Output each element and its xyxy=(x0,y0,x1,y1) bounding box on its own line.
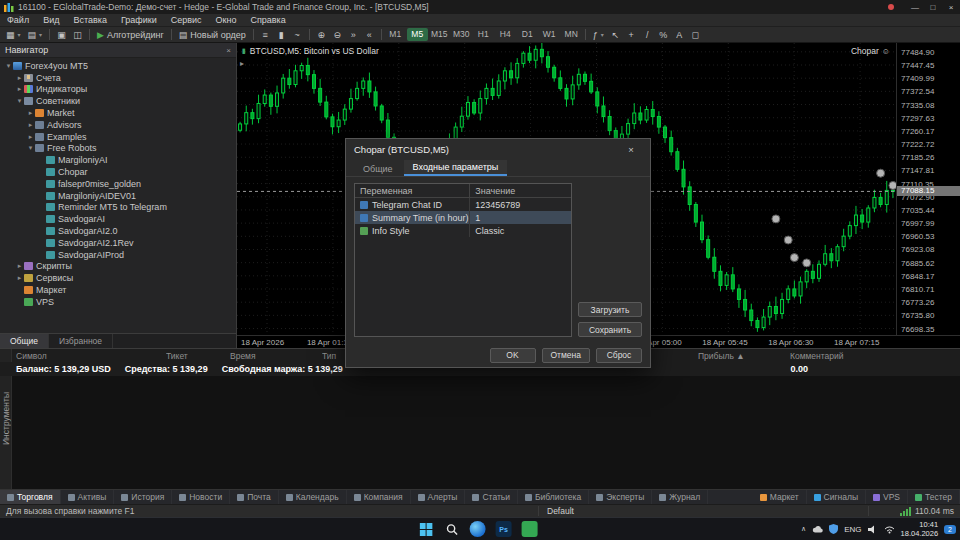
photoshop-icon[interactable]: Ps xyxy=(496,521,512,537)
search-button[interactable] xyxy=(444,521,460,537)
toolbox-tab-статьи[interactable]: Статьи xyxy=(465,490,518,504)
dialog-tab-inputs[interactable]: Входные параметры xyxy=(404,160,508,176)
param-row-summary-time-in-hour[interactable]: Summary Time (in hour)1 xyxy=(355,211,571,224)
toolbox-button-маркет[interactable]: Маркет xyxy=(753,490,807,504)
language-indicator[interactable]: ENG xyxy=(844,525,861,534)
tree-item-vps[interactable]: VPS xyxy=(0,296,236,308)
dialog-close-icon[interactable]: × xyxy=(620,144,642,155)
tree-item-falsepr0mise-golden[interactable]: falsepr0mise_golden xyxy=(0,178,236,190)
tray-expand-icon[interactable]: ∧ xyxy=(801,525,806,533)
column-header-variable[interactable]: Переменная xyxy=(355,184,470,197)
tree-item-сервисы[interactable]: ▸Сервисы xyxy=(0,272,236,284)
cascade-windows-button[interactable]: ▣ xyxy=(54,28,69,41)
tree-item-reminder-mt5-to-telegram[interactable]: Reminder MT5 to Telegram xyxy=(0,202,236,214)
param-value[interactable]: 1 xyxy=(470,213,571,223)
tree-collapsed-icon[interactable]: ▸ xyxy=(15,274,24,282)
trade-marker-icon[interactable] xyxy=(790,254,798,262)
timeframe-mn[interactable]: MN xyxy=(561,28,582,41)
tree-item-free-robots[interactable]: ▾Free Robots xyxy=(0,143,236,155)
tree-item-market[interactable]: ▸Market xyxy=(0,107,236,119)
navigator-tab-favorites[interactable]: Избранное xyxy=(49,334,113,348)
tree-collapsed-icon[interactable]: ▸ xyxy=(26,109,35,117)
menu-вид[interactable]: Вид xyxy=(36,15,66,25)
cursor-button[interactable]: ↖ xyxy=(608,28,623,41)
toolbox-tab-календарь[interactable]: Календарь xyxy=(279,490,347,504)
timeframe-h1[interactable]: H1 xyxy=(473,28,494,41)
column-header-время[interactable]: Время xyxy=(230,351,322,361)
tree-item-маркет[interactable]: Маркет xyxy=(0,284,236,296)
connection-status[interactable]: 110.04 ms xyxy=(868,506,960,516)
tile-windows-button[interactable]: ◫ xyxy=(70,28,85,41)
toolbox-tab-новости[interactable]: Новости xyxy=(172,490,230,504)
param-value[interactable]: 123456789 xyxy=(470,200,571,210)
cancel-button[interactable]: Отмена xyxy=(542,348,591,363)
save-button[interactable]: Сохранить xyxy=(578,322,642,337)
indicators-button[interactable]: ƒ▾ xyxy=(590,28,607,41)
new-chart-button[interactable]: ▦▾ xyxy=(3,28,24,41)
notifications-badge[interactable] xyxy=(888,4,894,10)
auto-scroll-button[interactable]: » xyxy=(346,28,361,41)
reset-button[interactable]: Сброс xyxy=(596,348,642,363)
ok-button[interactable]: OK xyxy=(490,348,536,363)
toolbox-tab-история[interactable]: История xyxy=(114,490,172,504)
toolbox-tab-компания[interactable]: Компания xyxy=(347,490,411,504)
line-chart-button[interactable]: ~ xyxy=(290,28,305,41)
fibonacci-button[interactable]: % xyxy=(656,28,671,41)
trade-marker-icon[interactable] xyxy=(784,236,792,244)
toolbox-tab-торговля[interactable]: Торговля xyxy=(0,490,61,504)
toolbox-tab-журнал[interactable]: Журнал xyxy=(652,490,708,504)
tree-item-examples[interactable]: ▸Examples xyxy=(0,131,236,143)
column-header-value[interactable]: Значение xyxy=(470,186,571,196)
profile-selector[interactable]: Default xyxy=(538,506,868,516)
toolbox-tab-библиотека[interactable]: Библиотека xyxy=(518,490,589,504)
dialog-title-bar[interactable]: Chopar (BTCUSD,M5) × xyxy=(346,139,650,159)
tree-item-скрипты[interactable]: ▸Скрипты xyxy=(0,261,236,273)
timeframe-m15[interactable]: M15 xyxy=(429,28,450,41)
menu-файл[interactable]: Файл xyxy=(0,15,36,25)
tree-item-savdogarai2.1rev[interactable]: SavdogarAI2.1Rev xyxy=(0,237,236,249)
profiles-button[interactable]: ▤▾ xyxy=(25,28,46,41)
toolbox-button-vps[interactable]: VPS xyxy=(866,490,908,504)
toolbox-button-сигналы[interactable]: Сигналы xyxy=(807,490,866,504)
price-scale[interactable]: 77484.9077447.4577409.9977372.5477335.08… xyxy=(896,43,960,335)
crosshair-button[interactable]: + xyxy=(624,28,639,41)
trade-marker-icon[interactable] xyxy=(803,259,811,267)
timeframe-m1[interactable]: M1 xyxy=(385,28,406,41)
security-shield-icon[interactable] xyxy=(829,524,838,534)
notification-center-badge[interactable]: 2 xyxy=(944,525,956,534)
tree-item-savdogaraiprod[interactable]: SavdogarAIProd xyxy=(0,249,236,261)
toolbox-tab-активы[interactable]: Активы xyxy=(61,490,115,504)
tree-item-margiloniyai[interactable]: MargiloniyAI xyxy=(0,154,236,166)
text-button[interactable]: A xyxy=(672,28,687,41)
tree-collapsed-icon[interactable]: ▸ xyxy=(15,262,24,270)
toolbox-tab-алерты[interactable]: Алерты xyxy=(411,490,466,504)
param-row-telegram-chat-id[interactable]: Telegram Chat ID123456789 xyxy=(355,198,571,211)
tree-item-savdogarai[interactable]: SavdogarAI xyxy=(0,213,236,225)
zoom-in-button[interactable]: ⊕ xyxy=(314,28,329,41)
toolbox-tab-почта[interactable]: Почта xyxy=(230,490,279,504)
column-header-прибыль[interactable]: Прибыль ▲ xyxy=(698,351,790,361)
timeframe-m5[interactable]: M5 xyxy=(407,28,428,41)
zoom-out-button[interactable]: ⊖ xyxy=(330,28,345,41)
column-header-комментарий[interactable]: Комментарий xyxy=(790,351,960,361)
tree-collapsed-icon[interactable]: ▸ xyxy=(26,133,35,141)
start-button[interactable] xyxy=(418,521,434,537)
trendline-button[interactable]: / xyxy=(640,28,655,41)
new-order-button[interactable]: ▤Новый ордер xyxy=(176,28,249,41)
tree-item-счета[interactable]: ▸Счета xyxy=(0,72,236,84)
param-row-info-style[interactable]: Info StyleClassic xyxy=(355,224,571,237)
timeframe-m30[interactable]: M30 xyxy=(451,28,472,41)
column-header-символ[interactable]: Символ xyxy=(16,351,166,361)
timeframe-w1[interactable]: W1 xyxy=(539,28,560,41)
trade-marker-icon[interactable] xyxy=(889,181,896,189)
chart-shift-button[interactable]: « xyxy=(362,28,377,41)
navigator-tab-common[interactable]: Общие xyxy=(0,334,49,348)
shapes-button[interactable]: ◻ xyxy=(688,28,703,41)
close-button[interactable]: × xyxy=(942,3,960,12)
toolbox-tab-эксперты[interactable]: Эксперты xyxy=(589,490,652,504)
maximize-button[interactable]: □ xyxy=(924,3,942,12)
menu-сервис[interactable]: Сервис xyxy=(164,15,209,25)
tree-item-advisors[interactable]: ▸Advisors xyxy=(0,119,236,131)
wifi-icon[interactable] xyxy=(884,525,895,534)
app-icon-green[interactable] xyxy=(522,521,538,537)
